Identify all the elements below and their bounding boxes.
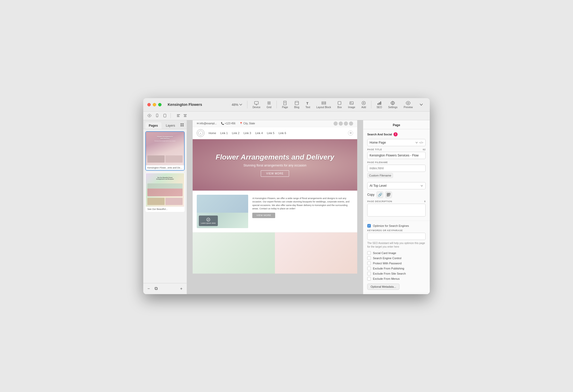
grid-icon — [267, 101, 271, 105]
search-engine-checkbox[interactable] — [367, 256, 371, 260]
nav-link1[interactable]: Link 1 — [220, 132, 228, 135]
seo-icon — [377, 101, 382, 105]
layout-block-icon — [321, 101, 326, 105]
tab-pages[interactable]: Pages — [145, 122, 162, 129]
seo-helper-text: The SEO Assistant will help you optimize… — [367, 241, 426, 249]
page-description-input[interactable] — [367, 204, 426, 217]
exclude-publishing-checkbox[interactable] — [367, 267, 371, 270]
preview-button[interactable]: Preview — [401, 100, 415, 110]
text-icon: T — [306, 101, 310, 105]
exclude-search-checkbox[interactable] — [367, 272, 371, 275]
minimize-button[interactable] — [153, 103, 156, 106]
more-button[interactable] — [417, 101, 426, 108]
location-info: 📍 City, State — [239, 122, 255, 125]
visibility-icon[interactable] — [146, 113, 153, 119]
social-card-label: Social Card Image — [373, 251, 396, 255]
box-button[interactable]: Box — [335, 100, 344, 110]
tab-layers[interactable]: Layers — [163, 122, 179, 129]
canvas-area[interactable]: ✉ info@exampl... 📞 +123 456 📍 City, Stat… — [187, 120, 363, 294]
exclude-menus-label: Exclude From Menus — [373, 277, 400, 280]
text-button[interactable]: T Text — [303, 100, 312, 110]
zoom-control[interactable]: 48% — [230, 102, 244, 108]
blog-button[interactable]: Blog — [292, 100, 301, 110]
copy-qr-button[interactable] — [385, 191, 392, 198]
svg-rect-46 — [388, 193, 388, 194]
settings-button[interactable]: Settings — [386, 100, 399, 110]
level-dropdown[interactable]: At Top Level — [367, 182, 426, 189]
optimize-section: Optimize for Search Engines KEYWORDS OR … — [363, 221, 430, 293]
hero-cta-button[interactable]: VIEW MORE — [261, 170, 289, 177]
page-item-1[interactable]: Flower Arrangementsand Delivery Stunning… — [145, 131, 185, 171]
svg-point-22 — [392, 102, 393, 104]
page-icon — [283, 101, 287, 105]
view-more-button[interactable]: VIEW MORE — [252, 213, 275, 218]
device-button[interactable]: Device — [250, 100, 263, 110]
svg-rect-14 — [350, 101, 354, 104]
toolbar-divider-2 — [276, 101, 277, 108]
protect-password-checkbox[interactable] — [367, 262, 371, 265]
exclude-publishing-label: Exclude From Publishing — [373, 267, 404, 270]
image-icon — [349, 101, 354, 105]
svg-rect-19 — [378, 103, 378, 105]
image-button[interactable]: Image — [346, 100, 357, 110]
page-filename-input[interactable] — [367, 165, 426, 172]
layout-block-button[interactable]: Layout Block — [314, 100, 333, 110]
home-page-dropdown[interactable]: Home Page </> — [367, 139, 426, 146]
page-title-label: PAGE TITLE 62 — [367, 148, 426, 151]
sub-toolbar — [143, 111, 430, 120]
sidebar-duplicate-button[interactable] — [153, 285, 160, 292]
page-label-2: See Our Beautiful... — [146, 207, 184, 211]
eye-icon — [406, 101, 410, 105]
page-title-input[interactable] — [367, 152, 426, 159]
site-title: Kensington Flowers — [168, 102, 202, 107]
seo-button[interactable]: SEO — [374, 100, 384, 110]
exclude-menus-checkbox[interactable] — [367, 277, 371, 281]
thumb-content-2: See Our Beautiful FlowerArrangements and… — [146, 173, 184, 207]
alignment-section: Alignment — [363, 293, 430, 294]
svg-rect-50 — [390, 195, 390, 195]
sidebar-bottom: − + — [143, 283, 187, 294]
grid-button[interactable]: Grid — [264, 100, 273, 110]
nav-link4[interactable]: Link 4 — [255, 132, 263, 135]
custom-filename-button[interactable]: Custom Filename — [367, 173, 393, 178]
exclude-search-label: Exclude From Site Search — [373, 272, 406, 275]
align-left-icon[interactable] — [175, 113, 182, 119]
tablet-icon[interactable] — [162, 113, 168, 119]
sidebar-add-button[interactable]: − — [145, 285, 152, 292]
copy-link-button[interactable]: 🔗 — [377, 191, 383, 198]
panel-header: Page — [363, 120, 430, 129]
add-icon — [361, 101, 366, 105]
exclude-menus-row: Exclude From Menus — [367, 277, 426, 281]
nav-home[interactable]: Home — [209, 132, 216, 135]
sidebar-tabs: Pages Layers — [143, 120, 187, 129]
add-button[interactable]: Add — [359, 100, 368, 110]
search-social-section: Search And Social i Home Page </> PAGE T… — [363, 129, 430, 221]
info-badge[interactable]: i — [393, 132, 398, 136]
nav-link2[interactable]: Link 2 — [232, 132, 239, 135]
optimize-checkbox[interactable] — [367, 224, 371, 228]
keywords-label: KEYWORDS OR KEYPHRASE — [367, 229, 426, 232]
social-card-checkbox[interactable] — [367, 251, 371, 255]
level-chevron-icon — [420, 184, 423, 187]
grid-view-button[interactable] — [180, 122, 185, 127]
sidebar-new-page-button[interactable]: + — [178, 285, 185, 292]
nav-link6[interactable]: Link 6 — [279, 132, 286, 135]
optional-metadata-button[interactable]: Optional Metadata... — [367, 284, 399, 290]
nav-logo: K — [197, 129, 204, 137]
keywords-input[interactable] — [367, 233, 426, 240]
maximize-button[interactable] — [158, 103, 162, 106]
optimize-label: Optimize for Search Engines — [373, 224, 409, 227]
svg-rect-36 — [181, 125, 182, 126]
canvas-inner: ✉ info@exampl... 📞 +123 456 📍 City, Stat… — [193, 120, 357, 274]
main-toolbar: 48% Device Grid Page — [230, 100, 426, 110]
pages-list: Flower Arrangementsand Delivery Stunning… — [143, 129, 187, 283]
nav-link3[interactable]: Link 3 — [244, 132, 251, 135]
body-text: At Kensington Flowers, we offer a wide r… — [252, 197, 353, 211]
page-item-2[interactable]: See Our Beautiful FlowerArrangements and… — [145, 173, 185, 212]
close-button[interactable] — [147, 103, 151, 106]
mobile-icon[interactable] — [154, 113, 160, 119]
align-center-icon[interactable] — [182, 113, 188, 119]
page-button[interactable]: Page — [280, 100, 290, 110]
svg-rect-11 — [322, 101, 326, 103]
nav-link5[interactable]: Link 5 — [267, 132, 274, 135]
